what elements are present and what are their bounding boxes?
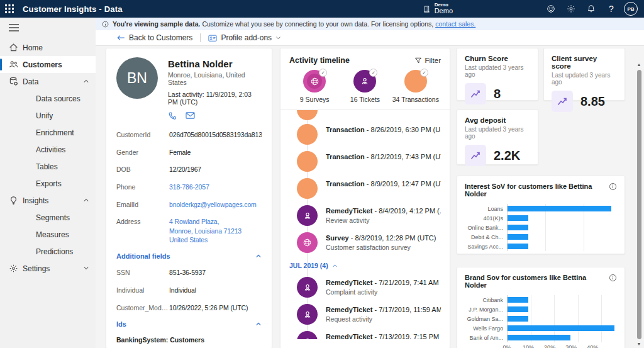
- field-value[interactable]: bnolderkgz@yellowpages.com: [169, 200, 262, 209]
- sidebar-item-measures[interactable]: Measures: [0, 226, 96, 243]
- sidebar-item-predictions[interactable]: Predictions: [0, 243, 96, 260]
- sidebar-item-tables[interactable]: Tables: [0, 158, 96, 175]
- timeline-item[interactable]: RemedyTicket - 8/4/2019, 4:12 PM (...Rev…: [289, 203, 441, 230]
- timeline-item-subtitle: Request activity: [326, 315, 441, 323]
- filter-button[interactable]: Filter: [414, 57, 441, 64]
- checkmark-badge: ✓: [369, 69, 377, 77]
- timeline-item[interactable]: Transaction - 8/12/2019, 7:43 PM (UTC): [289, 149, 441, 176]
- user-avatar[interactable]: PB: [624, 2, 638, 16]
- sidebar-item-data-sources[interactable]: Data sources: [0, 90, 96, 107]
- bar[interactable]: [508, 306, 528, 312]
- bar-row: Savings Acc...: [465, 242, 617, 251]
- sidebar-item-segments[interactable]: Segments: [0, 209, 96, 226]
- bar[interactable]: [508, 335, 570, 340]
- field-value[interactable]: 4 Rowland Plaza,Monroe, Louisiana 71213U…: [169, 217, 262, 244]
- environment-picker[interactable]: Demo Demo: [416, 3, 459, 15]
- checkmark-badge: ✓: [420, 69, 428, 77]
- bar-row: 401(K)s: [465, 213, 617, 223]
- sidebar-item-label: Customers: [23, 60, 62, 69]
- bar[interactable]: [508, 325, 614, 331]
- sidebar-item-insights[interactable]: Insights: [0, 192, 96, 209]
- ticket-activity-icon: [297, 304, 318, 325]
- sidebar-item-settings[interactable]: Settings: [0, 260, 96, 277]
- timeline-item[interactable]: Transaction - 8/26/2019, 6:30 PM (U...: [289, 121, 441, 149]
- scrollbar-thumb[interactable]: [637, 70, 641, 339]
- field-value: Individual: [169, 286, 262, 295]
- bar-row: J.P. Morgan...: [465, 305, 617, 314]
- activity-timeline-card: Activity timeline Filter ✓9 Surveys✓16 T…: [280, 48, 450, 348]
- main-area: You're viewing sample data. Customize wh…: [96, 18, 644, 348]
- lightbulb-icon: [9, 196, 18, 205]
- customers-icon: [9, 60, 18, 69]
- bar[interactable]: [508, 244, 528, 249]
- bar[interactable]: [508, 206, 611, 211]
- timeline-item[interactable]: RemedyTicket - 7/21/2019, 7:41 AM ...Com…: [289, 274, 441, 301]
- timeline-item[interactable]: Survey - 8/3/2019, 12:28 PM (UTC)Custome…: [289, 230, 441, 257]
- timeline-item-title: Transaction - 8/9/2019, 12:47 PM (UTC): [326, 180, 441, 188]
- timeline-item[interactable]: RemedyTicket - 7/17/2019, 11:59 AM...Req…: [289, 301, 441, 328]
- field-label: Address: [116, 217, 169, 244]
- contact-card-icon: [208, 34, 217, 42]
- category-label: Citibank: [465, 297, 507, 303]
- sidebar-item-customers[interactable]: Customers: [0, 56, 96, 73]
- waffle-menu-icon[interactable]: [0, 0, 19, 18]
- activity-chip-ticket[interactable]: ✓16 Tickets: [340, 70, 390, 103]
- customer-name: Bettina Nolder: [168, 59, 262, 69]
- app-title: Customer Insights - Data: [23, 4, 123, 14]
- sidebar-item-list: HomeCustomersDataData sourcesUnifyEnrich…: [0, 39, 96, 277]
- bar[interactable]: [508, 297, 528, 303]
- scroll-down-arrow[interactable]: ▼: [637, 340, 641, 348]
- sidebar-item-home[interactable]: Home: [0, 39, 96, 56]
- profile-addons-button[interactable]: Profile add-ons: [203, 30, 286, 45]
- field-value[interactable]: 318-786-2057: [169, 182, 262, 191]
- bar-row: Debit & Ch...: [465, 232, 617, 242]
- category-label: Loans: [465, 206, 507, 212]
- info-icon[interactable]: [609, 274, 617, 282]
- sidebar-item-data[interactable]: Data: [0, 73, 96, 90]
- field-value: 026d705d80015d0583193da813c170a0: [169, 130, 262, 139]
- sidebar-item-unify[interactable]: Unify: [0, 107, 96, 124]
- info-icon[interactable]: [609, 182, 617, 191]
- vertical-scrollbar[interactable]: ▲ ▼: [635, 61, 643, 348]
- sidebar-item-exports[interactable]: Exports: [0, 175, 96, 192]
- sidebar-item-activities[interactable]: Activities: [0, 141, 96, 158]
- measure-title: Client survey score: [552, 55, 617, 70]
- customer-location: Monroe, Louisiana, United States: [168, 71, 262, 86]
- phone-icon[interactable]: [168, 111, 177, 120]
- timeline-group-header[interactable]: JUL 2019 (4): [289, 257, 441, 274]
- email-icon[interactable]: [186, 111, 195, 120]
- sample-data-banner: You're viewing sample data. Customize wh…: [96, 18, 644, 30]
- field-label: Gender: [116, 148, 169, 157]
- hamburger-menu-icon[interactable]: [0, 18, 96, 39]
- settings-gear-icon[interactable]: [561, 0, 581, 18]
- category-label: Online Bank...: [465, 225, 507, 231]
- field-value: Female: [169, 148, 262, 157]
- timeline-item[interactable]: Transaction - 8/9/2019, 12:47 PM (UTC): [289, 176, 441, 203]
- scroll-up-arrow[interactable]: ▲: [637, 61, 641, 69]
- measure-card-churn-score: Churn ScoreLast updated 3 years ago8: [457, 48, 538, 101]
- contact-sales-link[interactable]: contact sales.: [435, 20, 475, 28]
- bar-row: Citibank: [465, 295, 617, 305]
- bar[interactable]: [508, 316, 528, 322]
- checkmark-badge: ✓: [319, 69, 327, 77]
- category-label: 401(K)s: [465, 215, 507, 222]
- ids-header[interactable]: Ids: [116, 320, 262, 328]
- notifications-bell-icon[interactable]: [581, 0, 601, 18]
- activity-chip-survey[interactable]: ✓9 Surveys: [289, 70, 340, 103]
- back-to-customers-button[interactable]: Back to Customers: [112, 30, 197, 45]
- sidebar-item-enrichment[interactable]: Enrichment: [0, 124, 96, 141]
- timeline-item[interactable]: RemedyTicket - 7/13/2019, 7:15 PM (...Co…: [289, 328, 441, 339]
- activity-chip-transaction[interactable]: ✓34 Transactions: [391, 70, 441, 103]
- additional-fields-header[interactable]: Additional fields: [116, 252, 262, 260]
- help-icon[interactable]: ?: [601, 0, 621, 18]
- bar[interactable]: [508, 225, 528, 230]
- ticket-chip-circle: ✓: [353, 70, 376, 93]
- command-bar: Back to Customers Profile add-ons: [96, 30, 644, 46]
- transaction-activity-icon: [297, 151, 318, 172]
- bar[interactable]: [508, 215, 528, 221]
- field-value: 12/20/1967: [169, 165, 262, 174]
- feedback-smiley-icon[interactable]: [541, 0, 561, 18]
- bar-row: Loans: [465, 204, 617, 213]
- bar-row: Bank of Am...: [465, 333, 617, 342]
- bar[interactable]: [508, 234, 528, 240]
